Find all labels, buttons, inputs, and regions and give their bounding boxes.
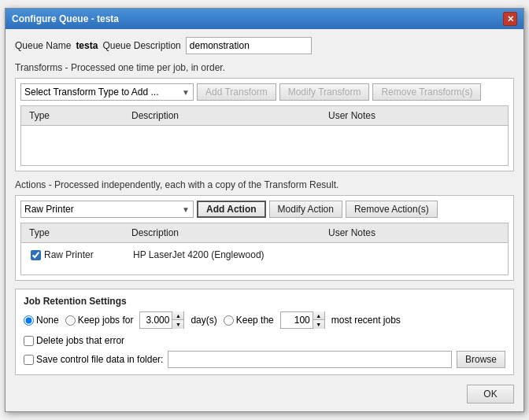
modify-transform-button[interactable]: Modify Transform [279,83,370,101]
queue-desc-input[interactable] [186,37,312,54]
transform-dropdown-arrow: ▼ [182,88,190,97]
actions-col-notes: User Notes [325,226,503,240]
remove-transform-button[interactable]: Remove Transform(s) [372,83,481,101]
actions-section: Actions - Processed independently, each … [15,179,514,281]
job-retention-section: Job Retention Settings None Keep jobs fo… [15,289,514,375]
action-row-desc: HP LaserJet 4200 (Englewood) [130,248,327,262]
folder-path-input[interactable] [168,351,452,368]
actions-col-type: Type [26,226,128,240]
content-area: Queue Name testa Queue Description Trans… [6,29,523,411]
queue-name-row: Queue Name testa Queue Description [15,37,514,54]
action-row-type-text: Raw Printer [44,249,94,260]
transform-dropdown-text: Select Transform Type to Add ... [24,87,159,98]
days-spinbox: ▲ ▼ [139,311,184,329]
save-control-checkbox[interactable] [24,355,34,365]
transforms-label: Transforms - Processed one time per job,… [15,62,514,73]
queue-name-value: testa [76,40,98,51]
retention-none-radio[interactable] [24,315,34,326]
action-dropdown-text: Raw Printer [24,204,74,215]
transforms-section: Transforms - Processed one time per job,… [15,62,514,171]
queue-desc-label: Queue Description [102,40,180,51]
actions-toolbar: Raw Printer ▼ Add Action Modify Action R… [20,201,509,218]
ok-button[interactable]: OK [467,385,514,403]
actions-box: Raw Printer ▼ Add Action Modify Action R… [15,195,514,281]
transforms-col-desc: Description [128,109,325,123]
add-action-button[interactable]: Add Action [197,201,266,218]
transforms-toolbar: Select Transform Type to Add ... ▼ Add T… [20,83,509,101]
recent-spinbox-arrows: ▲ ▼ [313,311,324,329]
delete-error-label: Delete jobs that error [36,335,124,346]
browse-button[interactable]: Browse [457,351,505,368]
days-decrement-button[interactable]: ▼ [172,320,183,329]
retention-none-label: None [36,315,59,326]
delete-error-checkbox[interactable] [24,336,34,346]
save-control-row: Save control file data in folder: Browse [24,351,505,368]
transforms-col-type: Type [26,109,128,123]
retention-options-row: None Keep jobs for ▲ ▼ day(s) [24,311,505,346]
modify-action-button[interactable]: Modify Action [269,201,342,218]
footer-row: OK [15,381,514,403]
queue-name-label: Queue Name [15,40,71,51]
action-row-checkbox[interactable] [31,250,41,260]
recent-decrement-button[interactable]: ▼ [313,320,324,329]
delete-error-checkbox-label[interactable]: Delete jobs that error [24,335,124,346]
recent-increment-button[interactable]: ▲ [313,311,324,320]
retention-recent-radio[interactable] [224,315,234,326]
transform-type-dropdown[interactable]: Select Transform Type to Add ... ▼ [20,83,194,101]
retention-keep-radio-label[interactable]: Keep jobs for [65,315,134,326]
remove-action-button[interactable]: Remove Action(s) [346,201,438,218]
transforms-col-notes: User Notes [325,109,503,123]
actions-label: Actions - Processed independently, each … [15,179,514,190]
title-bar: Configure Queue - testa ✕ [6,9,523,29]
recent-label: most recent jobs [331,315,401,326]
days-spinbox-arrows: ▲ ▼ [172,311,183,329]
save-control-label: Save control file data in folder: [36,354,163,365]
actions-table: Type Description User Notes Raw Printer … [20,223,509,275]
transforms-box: Select Transform Type to Add ... ▼ Add T… [15,78,514,171]
transforms-table-body [21,126,508,165]
table-row: Raw Printer HP LaserJet 4200 (Englewood) [24,246,505,263]
retention-keep-label: Keep jobs for [78,315,134,326]
retention-recent-radio-label[interactable]: Keep the [224,315,274,326]
save-control-checkbox-label[interactable]: Save control file data in folder: [24,354,163,365]
retention-none-radio-label[interactable]: None [24,315,59,326]
action-dropdown-arrow: ▼ [182,205,190,214]
close-button[interactable]: ✕ [503,12,517,26]
recent-spinbox: ▲ ▼ [280,311,325,329]
add-transform-button[interactable]: Add Transform [197,83,276,101]
retention-keep-the-label: Keep the [236,315,274,326]
retention-keep-radio[interactable] [65,315,76,326]
job-retention-title: Job Retention Settings [24,296,505,307]
days-label: day(s) [191,315,216,326]
actions-table-body: Raw Printer HP LaserJet 4200 (Englewood) [21,243,508,274]
recent-input[interactable] [281,312,313,328]
transforms-table-header: Type Description User Notes [21,106,508,126]
window-title: Configure Queue - testa [12,13,119,24]
action-row-type: Raw Printer [28,248,130,262]
transforms-table: Type Description User Notes [20,105,509,166]
actions-col-desc: Description [128,226,325,240]
actions-table-header: Type Description User Notes [21,223,508,243]
days-increment-button[interactable]: ▲ [172,311,183,320]
days-input[interactable] [140,312,172,328]
configure-queue-window: Configure Queue - testa ✕ Queue Name tes… [5,8,524,412]
action-row-notes [327,253,501,256]
action-type-dropdown[interactable]: Raw Printer ▼ [20,201,194,218]
